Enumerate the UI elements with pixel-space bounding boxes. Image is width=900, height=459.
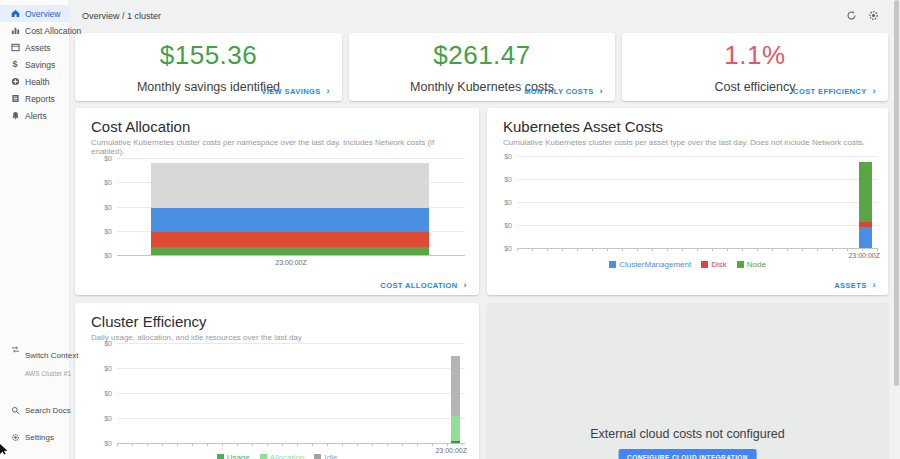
sidebar-item-label: Overview bbox=[25, 9, 60, 19]
bar-chart-icon bbox=[10, 26, 20, 36]
monthly-costs-value: $261.47 bbox=[349, 40, 615, 71]
legend-item: Node bbox=[737, 260, 766, 269]
chart-title: Cost Allocation bbox=[75, 108, 479, 135]
cloud-not-configured-message: External cloud costs not configured bbox=[487, 427, 888, 441]
sidebar-item-assets[interactable]: Assets bbox=[0, 39, 70, 56]
cluster-efficiency-card: Cluster Efficiency Daily usage, allocati… bbox=[75, 303, 479, 459]
y-gridline bbox=[117, 418, 465, 419]
bar-segment-ClusterManagement bbox=[859, 227, 872, 248]
y-gridline bbox=[517, 179, 878, 180]
cost-efficiency-link[interactable]: COST EFFICIENCY bbox=[793, 86, 876, 96]
monthly-costs-link[interactable]: MONTHLY COSTS bbox=[524, 86, 603, 96]
cost-allocation-bar[interactable] bbox=[151, 158, 429, 255]
y-tick-label: $0 bbox=[504, 176, 512, 183]
bar-segment-Idle bbox=[451, 356, 461, 416]
sidebar-item-label: Cost Allocation bbox=[25, 26, 81, 36]
cost-allocation-card: Cost Allocation Cumulative Kubernetes cl… bbox=[75, 108, 479, 295]
settings-button[interactable]: Settings bbox=[0, 432, 70, 442]
sidebar-item-label: Health bbox=[25, 77, 50, 87]
sidebar-item-cost-allocation[interactable]: Cost Allocation bbox=[0, 22, 70, 39]
legend-swatch-icon bbox=[737, 261, 744, 268]
y-gridline bbox=[517, 225, 878, 226]
kubernetes-asset-costs-bar[interactable] bbox=[859, 156, 872, 248]
y-gridline bbox=[117, 368, 465, 369]
legend-item: Usage bbox=[217, 453, 250, 459]
y-tick-label: $0 bbox=[104, 365, 112, 372]
y-gridline bbox=[517, 156, 878, 157]
bell-icon bbox=[10, 111, 20, 121]
bar-segment-red bbox=[151, 232, 429, 247]
sidebar-item-health[interactable]: Health bbox=[0, 73, 70, 90]
cost-efficiency-value: 1.1% bbox=[622, 40, 888, 71]
y-gridline bbox=[517, 202, 878, 203]
legend-label: Idle bbox=[324, 453, 337, 459]
legend-item: Idle bbox=[314, 453, 337, 459]
legend-label: Usage bbox=[227, 453, 250, 459]
switch-context-button[interactable]: Switch Context AWS Cluster #1 bbox=[0, 344, 70, 380]
sidebar-item-label: Reports bbox=[25, 94, 55, 104]
legend-item: Disk bbox=[701, 260, 727, 269]
legend-label: Disk bbox=[711, 260, 727, 269]
scrollbar-thumb[interactable] bbox=[894, 0, 899, 386]
bar-segment-Usage bbox=[451, 441, 461, 443]
x-tick-label: 23:00:00Z bbox=[848, 252, 880, 259]
swap-arrows-icon bbox=[10, 344, 20, 354]
sidebar-item-reports[interactable]: Reports bbox=[0, 90, 70, 107]
sidebar-item-label: Assets bbox=[25, 43, 51, 53]
cluster-efficiency-bar[interactable] bbox=[451, 343, 461, 443]
legend-label: ClusterManagement bbox=[619, 260, 691, 269]
asset-costs-card: Kubernetes Asset Costs Cumulative Kubern… bbox=[487, 108, 888, 295]
asset-costs-plot: $0$0$0$0$023:00:00Z bbox=[517, 156, 878, 248]
bar-segment-Allocation bbox=[451, 416, 461, 441]
search-docs-button[interactable]: Search Docs bbox=[0, 405, 70, 415]
chart-subtitle: Cumulative Kubernetes cluster costs per … bbox=[75, 135, 479, 156]
y-tick-label: $0 bbox=[104, 155, 112, 162]
y-gridline bbox=[117, 393, 465, 394]
asset-costs-legend: ClusterManagementDiskNode bbox=[487, 260, 888, 269]
scrollbar-track[interactable] bbox=[893, 0, 900, 459]
chart-title: Cluster Efficiency bbox=[75, 303, 479, 330]
cost-efficiency-stat-card: 1.1% Cost efficiency COST EFFICIENCY bbox=[622, 33, 888, 101]
chart-subtitle: Cumulative Kubernetes cluster costs per … bbox=[487, 135, 888, 147]
view-savings-link[interactable]: VIEW SAVINGS bbox=[261, 86, 330, 96]
y-tick-label: $0 bbox=[504, 222, 512, 229]
y-tick-label: $0 bbox=[104, 390, 112, 397]
chevron-right-icon bbox=[873, 281, 876, 290]
topbar: Overview / 1 cluster bbox=[70, 0, 893, 30]
y-gridline bbox=[117, 443, 465, 444]
search-docs-label: Search Docs bbox=[25, 406, 71, 415]
chart-subtitle: Daily usage, allocation, and idle resour… bbox=[75, 330, 479, 342]
bar-segment-Node bbox=[859, 162, 872, 222]
sidebar-item-label: Alerts bbox=[25, 111, 47, 121]
legend-swatch-icon bbox=[701, 261, 708, 268]
y-tick-label: $0 bbox=[104, 179, 112, 186]
legend-item: Allocation bbox=[260, 453, 305, 459]
sidebar-nav: Overview Cost Allocation Assets $ Saving… bbox=[0, 5, 70, 124]
y-tick-label: $0 bbox=[504, 199, 512, 206]
y-gridline bbox=[117, 343, 465, 344]
legend-swatch-icon bbox=[609, 261, 616, 268]
cost-allocation-link[interactable]: COST ALLOCATION bbox=[380, 280, 467, 290]
y-tick-label: $0 bbox=[104, 203, 112, 210]
sidebar-item-savings[interactable]: $ Savings bbox=[0, 56, 70, 73]
y-tick-label: $0 bbox=[104, 227, 112, 234]
chevron-right-icon bbox=[464, 281, 467, 290]
bar-segment-green bbox=[151, 247, 429, 255]
legend-label: Node bbox=[747, 260, 766, 269]
settings-label: Settings bbox=[25, 433, 54, 442]
legend-swatch-icon bbox=[314, 454, 321, 459]
legend-swatch-icon bbox=[260, 454, 267, 459]
chevron-right-icon bbox=[600, 87, 603, 96]
sidebar-item-overview[interactable]: Overview bbox=[0, 5, 70, 22]
sidebar: Overview Cost Allocation Assets $ Saving… bbox=[0, 0, 70, 459]
home-icon bbox=[10, 9, 20, 19]
configure-cloud-integration-button[interactable]: CONFIGURE CLOUD INTEGRATION bbox=[618, 449, 757, 459]
assets-link[interactable]: ASSETS bbox=[834, 280, 876, 290]
dollar-icon: $ bbox=[10, 60, 20, 70]
refresh-icon[interactable] bbox=[845, 9, 857, 21]
health-icon bbox=[10, 77, 20, 87]
chart-title: Kubernetes Asset Costs bbox=[487, 108, 888, 135]
gear-icon[interactable] bbox=[867, 9, 879, 21]
sidebar-item-alerts[interactable]: Alerts bbox=[0, 107, 70, 124]
savings-stat-card: $155.36 Monthly savings identified VIEW … bbox=[75, 33, 342, 101]
